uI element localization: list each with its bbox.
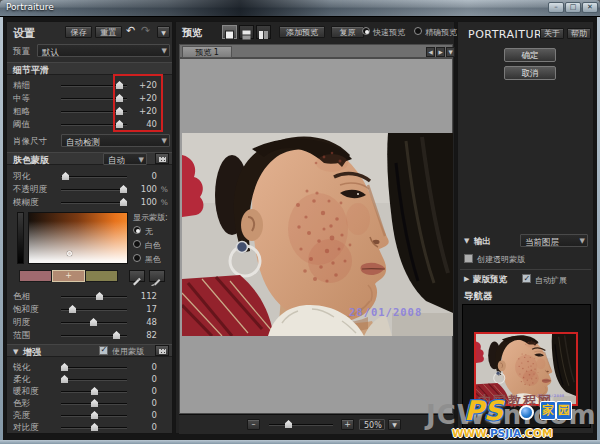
slider-value: 17 — [129, 304, 157, 314]
add-preview-button[interactable]: 添加预览 — [279, 26, 325, 38]
minimize-button[interactable]: – — [548, 2, 564, 13]
slider-thumb[interactable] — [91, 399, 98, 407]
mask-picker-button[interactable] — [155, 153, 169, 164]
restore-button[interactable]: 复原 — [331, 26, 364, 38]
slider-thumb[interactable] — [61, 375, 68, 383]
radio-label-black[interactable]: 黑色 — [145, 254, 161, 265]
about-button[interactable]: 关于 — [540, 28, 564, 39]
auto-expand-checkbox[interactable] — [522, 274, 531, 283]
use-mask-label[interactable]: 使用蒙版 — [112, 346, 144, 357]
swatch-shadow-tone[interactable] — [19, 270, 52, 282]
zoom-value-box[interactable]: 50% — [359, 419, 385, 430]
save-button[interactable]: 保存 — [65, 26, 92, 38]
view-split-horizontal-button[interactable] — [239, 25, 254, 39]
slider-track[interactable] — [61, 403, 127, 405]
view-single-button[interactable] — [222, 25, 237, 39]
zoom-slider-track[interactable] — [269, 424, 333, 426]
tab-prev-button[interactable]: ◀ — [426, 47, 435, 57]
skin-tone-gradient-picker[interactable] — [28, 212, 128, 264]
slider-thumb[interactable] — [96, 292, 103, 300]
slider-thumb[interactable] — [120, 185, 127, 193]
swatch-highlight-tone[interactable] — [85, 270, 118, 282]
portrait-size-dropdown[interactable]: 自动检测 ▼ — [61, 134, 170, 147]
slider-thumb[interactable] — [91, 411, 98, 419]
mask-preview-header[interactable]: 蒙版预览 — [473, 274, 507, 286]
output-dropdown[interactable]: 当前图层 ▼ — [520, 234, 588, 247]
slider-thumb[interactable] — [91, 423, 98, 431]
slider-track[interactable] — [61, 427, 127, 429]
slider-track[interactable] — [61, 379, 127, 381]
radio-mask-none[interactable] — [133, 226, 141, 234]
slider-track[interactable] — [61, 322, 127, 324]
skin-mask-auto-dropdown[interactable]: 自动 ▼ — [103, 153, 147, 165]
slider-thumb[interactable] — [69, 305, 76, 313]
slider-track[interactable] — [61, 391, 127, 393]
zoom-preset-button[interactable]: ▼ — [388, 419, 401, 430]
cancel-button[interactable]: 取消 — [504, 66, 556, 80]
tab-preview-1[interactable]: 预览 1 — [182, 46, 232, 58]
zoom-out-button[interactable]: – — [247, 419, 260, 430]
radio-label-none[interactable]: 无 — [145, 226, 153, 237]
enhance-mask-button[interactable] — [155, 345, 169, 356]
portraiture-window: Portraiture – □ ✕ 设置 保存 重置 ↶ ↷ ▼ 预置 默认 ▼… — [0, 0, 600, 444]
slider-track[interactable] — [61, 296, 127, 298]
slider-thumb[interactable] — [91, 387, 98, 395]
reset-button[interactable]: 重置 — [95, 26, 122, 38]
accurate-preview-label[interactable]: 精确预览 — [425, 27, 457, 38]
close-button[interactable]: ✕ — [582, 2, 598, 13]
slider-track[interactable] — [61, 189, 127, 191]
quick-preview-label[interactable]: 快速预览 — [373, 27, 405, 38]
radio-mask-white[interactable] — [133, 240, 141, 248]
preset-dropdown[interactable]: 默认 ▼ — [37, 44, 170, 57]
slider-thumb[interactable] — [62, 172, 69, 180]
chevron-down-icon: ▼ — [161, 29, 166, 36]
tab-menu-button[interactable]: ▼ — [446, 47, 455, 57]
redo-icon[interactable]: ↷ — [141, 24, 150, 37]
slider-thumb[interactable] — [120, 198, 127, 206]
slider-thumb[interactable] — [113, 331, 120, 339]
window-edge-bottom — [0, 440, 600, 444]
ok-button[interactable]: 确定 — [504, 48, 556, 62]
swatch-mid-tone[interactable]: + — [52, 270, 85, 282]
slider-track[interactable] — [61, 202, 127, 204]
zoom-in-button[interactable]: + — [341, 419, 354, 430]
undo-icon[interactable]: ↶ — [126, 24, 135, 37]
slider-track[interactable] — [61, 176, 127, 178]
slider-value: 0 — [129, 171, 157, 181]
close-icon: ✕ — [587, 3, 593, 11]
slider-value: 0 — [129, 422, 157, 432]
chevron-down-icon: ▼ — [139, 156, 144, 164]
slider-track[interactable] — [61, 415, 127, 417]
watermark-url: WWW.PSJIA.COM — [452, 427, 552, 439]
slider-thumb[interactable] — [61, 363, 68, 371]
collapse-triangle-icon[interactable]: ▼ — [464, 237, 469, 245]
slider-track[interactable] — [61, 367, 127, 369]
eyedropper-remove-button[interactable] — [149, 270, 165, 282]
transparent-mask-label[interactable]: 创建透明蒙版 — [477, 254, 525, 265]
radio-accurate-preview[interactable] — [414, 27, 422, 35]
use-mask-checkbox[interactable] — [99, 346, 108, 355]
slider-track[interactable] — [61, 309, 127, 311]
luminance-strip[interactable] — [17, 212, 24, 264]
slider-track[interactable] — [61, 335, 127, 337]
help-button[interactable]: 帮助 — [567, 28, 591, 39]
zoom-slider-thumb[interactable] — [285, 420, 292, 428]
maximize-button[interactable]: □ — [565, 2, 581, 13]
radio-mask-black[interactable] — [133, 254, 141, 262]
gradient-marker[interactable] — [67, 251, 72, 256]
eyedropper-add-button[interactable] — [129, 270, 145, 282]
tab-next-button[interactable]: ▶ — [436, 47, 445, 57]
auto-expand-label[interactable]: 自动扩展 — [535, 275, 567, 286]
slider-thumb[interactable] — [90, 318, 97, 326]
transparent-mask-checkbox[interactable] — [464, 254, 473, 263]
eyedropper-minus-icon — [150, 276, 164, 286]
slider-value: 48 — [129, 317, 157, 327]
history-dropdown-button[interactable]: ▼ — [157, 26, 170, 38]
radio-label-white[interactable]: 白色 — [145, 240, 161, 251]
view-split-vertical-button[interactable] — [256, 25, 271, 39]
title-bar[interactable]: Portraiture – □ ✕ — [0, 0, 600, 17]
radio-quick-preview[interactable] — [362, 27, 370, 35]
expand-triangle-icon[interactable]: ▶ — [464, 275, 469, 283]
section-enhancements[interactable]: ▼ 增强 — [7, 344, 172, 357]
output-header[interactable]: 输出 — [474, 236, 491, 248]
